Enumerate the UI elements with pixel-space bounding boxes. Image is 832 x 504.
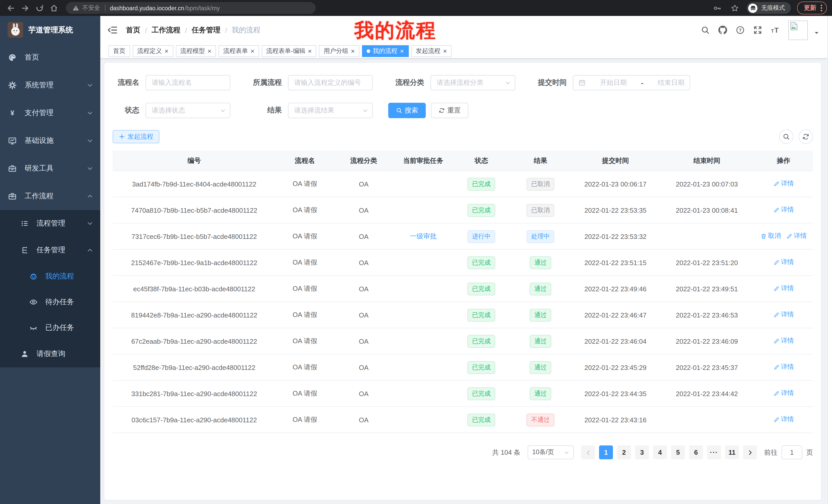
browser-home-icon[interactable] bbox=[48, 2, 60, 13]
status-select[interactable]: 请选择状态 bbox=[146, 103, 230, 118]
github-icon[interactable] bbox=[718, 26, 727, 34]
url-divider bbox=[105, 5, 105, 11]
browser-back-icon[interactable] bbox=[5, 2, 17, 13]
cell-end-time bbox=[659, 407, 754, 433]
key-icon[interactable] bbox=[712, 2, 723, 13]
cancel-link[interactable]: 取消 bbox=[760, 232, 781, 241]
detail-link[interactable]: 详情 bbox=[773, 363, 794, 372]
security-warning-icon[interactable] bbox=[72, 4, 79, 11]
help-icon[interactable]: ? bbox=[736, 26, 745, 34]
breadcrumb-item[interactable]: 首页 bbox=[126, 25, 140, 35]
process-name-input[interactable]: 请输入流程名 bbox=[146, 75, 230, 90]
table-search-toggle-button[interactable] bbox=[779, 130, 794, 144]
sidebar-item-infrastructure[interactable]: 基础设施 bbox=[0, 127, 100, 155]
table-column-header: 操作 bbox=[754, 150, 813, 171]
breadcrumb-item[interactable]: 工作流程 bbox=[152, 25, 181, 35]
next-page-button[interactable] bbox=[743, 445, 757, 459]
page-size-select[interactable]: 10条/页 bbox=[527, 445, 574, 459]
page-button-3[interactable]: 3 bbox=[635, 445, 649, 459]
tab-process-model[interactable]: 流程模型× bbox=[176, 45, 216, 57]
tab-close-icon[interactable]: × bbox=[400, 48, 404, 54]
detail-link[interactable]: 详情 bbox=[786, 232, 807, 241]
search-icon[interactable] bbox=[701, 26, 710, 34]
page-button-5[interactable]: 5 bbox=[671, 445, 685, 459]
detail-link[interactable]: 详情 bbox=[773, 179, 794, 188]
sidebar-item-leave-query[interactable]: 请假查询 bbox=[0, 341, 100, 367]
goto-page-input[interactable]: 1 bbox=[782, 445, 802, 459]
sidebar-item-process-management[interactable]: 流程管理 bbox=[0, 210, 100, 237]
fullscreen-icon[interactable] bbox=[753, 26, 762, 34]
sidebar-item-done-tasks[interactable]: 已办任务 bbox=[0, 315, 100, 341]
current-task-link[interactable]: 一级审批 bbox=[410, 232, 437, 240]
reset-button[interactable]: 重置 bbox=[431, 103, 468, 118]
result-select[interactable]: 请选择流结果 bbox=[288, 103, 373, 118]
sidebar: 芋道管理系统 首页系统管理¥支付管理基础设施研发工具工作流程流程管理任务管理我的… bbox=[0, 16, 100, 504]
sidebar-item-payment-management[interactable]: ¥支付管理 bbox=[0, 99, 100, 127]
tab-process-form-edit[interactable]: 流程表单-编辑× bbox=[262, 45, 316, 57]
browser-reload-icon[interactable] bbox=[34, 2, 45, 13]
submit-time-range-picker[interactable]: 开始日期 - 结束日期 bbox=[573, 75, 690, 90]
chevron-down-icon bbox=[87, 138, 93, 144]
prev-page-button[interactable] bbox=[581, 445, 595, 459]
sidebar-item-system-management[interactable]: 系统管理 bbox=[0, 72, 100, 99]
tab-close-icon[interactable]: × bbox=[251, 48, 254, 54]
browser-forward-icon[interactable] bbox=[20, 2, 31, 13]
search-button[interactable]: 搜索 bbox=[388, 103, 426, 118]
tab-close-icon[interactable]: × bbox=[207, 48, 211, 54]
detail-link[interactable]: 详情 bbox=[773, 415, 794, 424]
sidebar-item-my-process[interactable]: 我的流程 bbox=[0, 263, 100, 289]
tab-home[interactable]: 首页 bbox=[108, 45, 130, 57]
detail-link[interactable]: 详情 bbox=[773, 337, 794, 345]
result-badge: 通过 bbox=[530, 282, 551, 295]
detail-link[interactable]: 详情 bbox=[773, 206, 794, 215]
chevron-down-icon[interactable] bbox=[813, 30, 820, 36]
tab-user-group[interactable]: 用户分组× bbox=[319, 45, 359, 57]
detail-link[interactable]: 详情 bbox=[773, 258, 794, 267]
page-button-6[interactable]: 6 bbox=[689, 445, 703, 459]
pager-ellipsis[interactable]: ··· bbox=[707, 445, 721, 459]
sidebar-item-todo-tasks[interactable]: 待办任务 bbox=[0, 289, 100, 315]
tab-start-process[interactable]: 发起流程× bbox=[411, 45, 451, 57]
app-logo[interactable]: 芋道管理系统 bbox=[0, 16, 100, 44]
tab-close-icon[interactable]: × bbox=[308, 48, 312, 54]
sidebar-item-workflow[interactable]: 工作流程 bbox=[0, 183, 100, 210]
browser-update-button[interactable]: 更新 bbox=[797, 2, 827, 15]
page-scrollbar[interactable] bbox=[827, 16, 832, 504]
sidebar-item-dev-tools[interactable]: 研发工具 bbox=[0, 155, 100, 183]
process-definition-input[interactable]: 请输入流程定义的编号 bbox=[288, 75, 373, 90]
detail-link[interactable]: 详情 bbox=[773, 284, 794, 293]
sidebar-fold-icon[interactable] bbox=[107, 25, 117, 35]
start-process-button[interactable]: 发起流程 bbox=[113, 130, 159, 143]
sidebar-item-label: 工作流程 bbox=[25, 192, 53, 201]
avatar[interactable] bbox=[788, 20, 808, 40]
cell-process-id: 3ad174fb-7b9d-11ec-8404-acde48001122 bbox=[113, 171, 276, 197]
page-button-4[interactable]: 4 bbox=[653, 445, 667, 459]
process-category-select[interactable]: 请选择流程分类 bbox=[431, 75, 515, 90]
sidebar-item-task-management[interactable]: 任务管理 bbox=[0, 237, 100, 263]
sidebar-item-home[interactable]: 首页 bbox=[0, 44, 100, 72]
tab-process-form[interactable]: 流程表单× bbox=[218, 45, 259, 57]
detail-link[interactable]: 详情 bbox=[773, 311, 794, 319]
page-button-11[interactable]: 11 bbox=[725, 445, 739, 459]
incognito-icon bbox=[749, 3, 758, 12]
detail-link[interactable]: 详情 bbox=[773, 389, 794, 398]
star-icon[interactable] bbox=[729, 2, 741, 13]
table-row: 331bc281-7b9a-11ec-a290-acde48001122OA 请… bbox=[113, 381, 813, 407]
goto-label: 前往 bbox=[764, 448, 778, 457]
tab-close-icon[interactable]: × bbox=[443, 48, 447, 54]
tab-close-icon[interactable]: × bbox=[164, 48, 168, 54]
cell-result: 不通过 bbox=[510, 407, 571, 433]
user-icon bbox=[21, 350, 29, 358]
tab-my-process[interactable]: 我的流程× bbox=[362, 45, 409, 57]
tab-process-definition[interactable]: 流程定义× bbox=[133, 45, 173, 57]
page-button-1[interactable]: 1 bbox=[599, 445, 613, 459]
breadcrumb-item[interactable]: 任务管理 bbox=[192, 25, 220, 35]
address-bar[interactable]: 不安全 dashboard.yudao.iocoder.cn /bpm/task… bbox=[66, 2, 316, 14]
table-refresh-button[interactable] bbox=[799, 130, 813, 144]
browser-menu-icon[interactable] bbox=[821, 5, 822, 11]
page-button-2[interactable]: 2 bbox=[617, 445, 631, 459]
tab-close-icon[interactable]: × bbox=[351, 48, 355, 54]
font-size-icon[interactable]: TT bbox=[771, 26, 780, 34]
table-column-header: 流程名 bbox=[276, 150, 334, 171]
tab-label: 用户分组 bbox=[324, 47, 348, 55]
